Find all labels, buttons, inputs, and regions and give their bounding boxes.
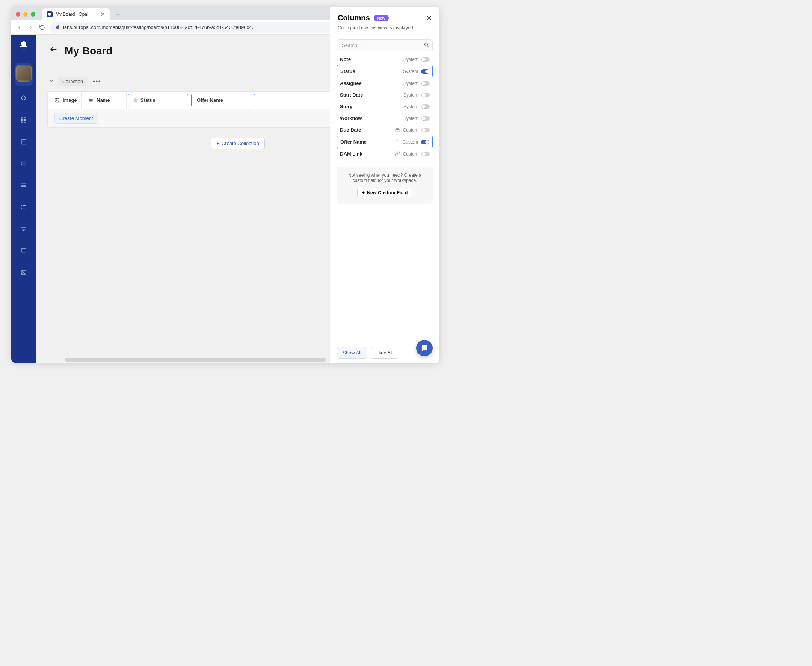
columns-panel: Columns New ✕ Configure how this view is… [330,35,439,363]
sidebar-grid-icon[interactable] [16,112,31,127]
sidebar-stack-icon[interactable] [16,156,31,171]
hide-all-button[interactable]: Hide All [371,347,398,359]
tab-favicon-icon [46,11,53,17]
column-toggle[interactable] [421,81,430,86]
collection-tag[interactable]: Collection [58,77,87,86]
column-item-label: Start Date [340,92,363,98]
create-moment-button[interactable]: Create Moment [54,113,98,124]
sidebar-rows-icon[interactable] [16,178,31,193]
custom-field-hint-text: Not seeing what you need? Create a custo… [344,173,426,183]
app-root: My Board Collection ••• Image [11,35,439,363]
column-item-label: Note [340,56,351,62]
svg-rect-16 [25,120,26,122]
column-toggle[interactable] [421,93,430,97]
app-logo-icon[interactable] [18,40,29,50]
page-title: My Board [64,45,113,57]
column-item-meta: System [403,69,418,74]
column-item-workflow[interactable]: WorkflowSystem [337,112,433,124]
create-collection-button[interactable]: + Create Collection [211,138,265,149]
svg-point-40 [424,43,427,46]
sidebar-monitor-icon[interactable] [16,243,31,258]
window-close[interactable] [16,12,20,16]
back-button-icon[interactable] [49,46,58,56]
column-header-name[interactable]: Name [82,92,127,109]
window-controls [16,12,35,16]
svg-rect-39 [89,99,92,102]
lock-icon [56,25,60,30]
collection-more-icon[interactable]: ••• [91,78,103,85]
svg-point-36 [23,271,23,272]
nav-back-icon[interactable] [16,25,23,30]
column-header-name-label: Name [97,97,110,103]
new-tab-button[interactable]: + [113,9,123,20]
svg-rect-14 [25,118,26,120]
column-item-assignee[interactable]: AssigneeSystem [337,77,433,89]
collection-chevron-icon[interactable] [49,78,54,85]
search-columns [337,40,433,51]
column-item-dam-link[interactable]: DAM LinkCustom [337,148,433,160]
column-item-meta: System [403,57,418,62]
svg-point-27 [21,205,22,206]
nav-reload-icon[interactable] [39,25,45,30]
sidebar-image-icon[interactable] [16,265,31,280]
column-item-meta: Custom [403,139,418,145]
column-toggle[interactable] [421,69,429,74]
image-icon [54,98,60,103]
column-item-status[interactable]: StatusSystem [337,65,433,77]
column-toggle[interactable] [421,152,430,157]
status-dot-icon [134,99,138,102]
column-header-status[interactable]: Status [128,94,188,106]
new-custom-field-label: New Custom Field [367,190,408,195]
tab-close-icon[interactable]: ✕ [101,11,105,17]
create-collection-label: Create Collection [222,140,259,146]
svg-point-7 [21,41,26,46]
column-toggle[interactable] [421,57,430,62]
search-input[interactable] [337,40,433,51]
custom-field-hint: Not seeing what you need? Create a custo… [337,166,433,204]
svg-rect-15 [21,120,23,122]
url-text: labs.ouropal.com/moments/just-testing/bo… [63,25,255,30]
column-item-story[interactable]: StorySystem [337,101,433,112]
new-custom-field-button[interactable]: + New Custom Field [357,188,413,198]
column-item-label: Offer Name [340,139,367,145]
browser-tab[interactable]: My Board · Opal ✕ [42,8,110,20]
svg-rect-13 [21,118,23,120]
column-item-due-date[interactable]: Due DateCustom [337,124,433,136]
column-toggle[interactable] [421,116,430,120]
column-item-offer-name[interactable]: Offer NameCustom [337,136,433,148]
show-all-button[interactable]: Show All [337,347,367,359]
column-item-start-date[interactable]: Start DateSystem [337,89,433,101]
window-minimize[interactable] [23,12,28,16]
search-icon [424,42,429,49]
column-item-note[interactable]: NoteSystem [337,53,433,65]
url-field[interactable]: labs.ouropal.com/moments/just-testing/bo… [50,22,349,33]
user-workspace[interactable] [15,63,33,86]
horizontal-scrollbar[interactable] [64,358,326,361]
sidebar-calendar-icon[interactable] [16,134,31,149]
column-header-status-label: Status [140,97,156,103]
svg-rect-17 [21,140,26,144]
sidebar-search-icon[interactable] [16,91,31,106]
column-header-offer-name[interactable]: Offer Name [191,94,255,106]
svg-rect-42 [396,129,399,132]
columns-list: NoteSystemStatusSystemAssigneeSystemStar… [337,53,433,160]
column-item-label: Assignee [340,81,362,86]
column-toggle[interactable] [421,140,429,144]
sidebar-filter-icon[interactable] [16,221,31,236]
link-icon [395,152,400,157]
app-sidebar [11,35,36,363]
column-toggle[interactable] [421,104,430,109]
window-maximize[interactable] [31,12,35,16]
column-header-image[interactable]: Image [48,92,82,109]
column-item-label: Due Date [340,127,361,133]
column-header-image-label: Image [63,97,77,103]
column-item-label: Story [340,104,352,109]
nav-forward-icon[interactable] [28,25,34,30]
column-item-meta: System [403,81,418,86]
intercom-launcher[interactable] [416,340,433,356]
svg-point-0 [48,13,51,16]
column-toggle[interactable] [421,128,430,132]
sidebar-list-icon[interactable] [16,199,31,214]
svg-rect-19 [21,162,26,163]
svg-point-29 [21,209,22,209]
